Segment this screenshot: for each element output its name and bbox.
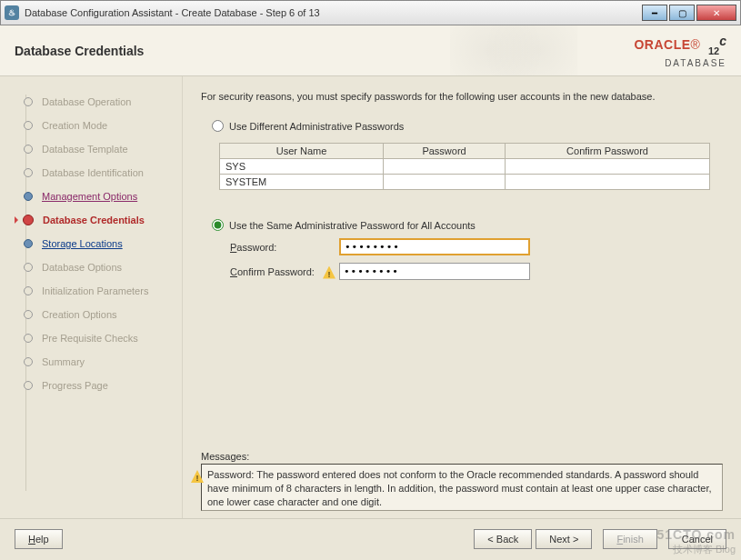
table-header-row: User Name Password Confirm Password: [220, 144, 710, 159]
banner: Database Credentials ORACLE® 12c DATABAS…: [0, 25, 741, 76]
titlebar: ♨ Database Configuration Assistant - Cre…: [0, 0, 741, 25]
step-creation-options: Creation Options: [7, 304, 175, 325]
step-initialization-parameters: Initialization Parameters: [7, 280, 175, 302]
password-table: User Name Password Confirm Password SYS …: [219, 143, 710, 190]
password-cell[interactable]: [384, 159, 506, 175]
confirm-cell[interactable]: [506, 159, 710, 175]
step-summary: Summary: [7, 351, 175, 373]
cancel-button[interactable]: Cancel: [668, 529, 726, 549]
back-button[interactable]: < Back: [474, 529, 532, 549]
brand-name: ORACLE: [634, 36, 690, 51]
step-creation-mode: Creation Mode: [7, 115, 175, 136]
wizard-sidebar: Database Operation Creation Mode Databas…: [0, 76, 182, 518]
step-database-template: Database Template: [7, 138, 175, 160]
password-label: Password:: [230, 242, 339, 253]
table-row: SYSTEM: [220, 175, 710, 190]
minimize-button[interactable]: ━: [642, 5, 667, 21]
table-row: SYS: [220, 159, 710, 175]
help-button[interactable]: Help: [15, 529, 63, 549]
main: Database Operation Creation Mode Databas…: [0, 76, 741, 518]
messages-box: ! Password: The password entered does no…: [201, 464, 723, 511]
warning-icon: !: [191, 470, 204, 483]
confirm-cell[interactable]: [506, 175, 710, 190]
password-field-row: Password:: [230, 238, 723, 255]
user-cell: SYSTEM: [220, 175, 384, 190]
password-cell[interactable]: [384, 175, 506, 190]
content-area: For security reasons, you must specify p…: [182, 76, 741, 518]
step-database-identification: Database Identification: [7, 162, 175, 184]
col-user-name: User Name: [220, 144, 384, 159]
step-pre-requisite-checks: Pre Requisite Checks: [7, 327, 175, 349]
step-management-options[interactable]: Management Options: [7, 185, 175, 207]
confirm-password-field-row: Confirm Password: !: [230, 263, 723, 280]
confirm-password-input[interactable]: [339, 263, 530, 280]
radio-same-password[interactable]: Use the Same Administrative Password for…: [212, 219, 723, 231]
window-controls: ━ ▢ ✕: [642, 5, 736, 21]
info-text: For security reasons, you must specify p…: [201, 91, 723, 102]
step-database-options: Database Options: [7, 256, 175, 278]
col-confirm-password: Confirm Password: [506, 144, 710, 159]
step-database-operation: Database Operation: [7, 91, 175, 113]
next-button[interactable]: Next >: [536, 529, 592, 549]
user-cell: SYS: [220, 159, 384, 175]
maximize-button[interactable]: ▢: [669, 5, 695, 21]
radio-same-input[interactable]: [212, 219, 224, 231]
col-password: Password: [384, 144, 506, 159]
close-button[interactable]: ✕: [696, 5, 736, 21]
step-storage-locations[interactable]: Storage Locations: [7, 233, 175, 255]
password-input[interactable]: [339, 238, 530, 255]
message-text: Password: The password entered does not …: [207, 468, 716, 506]
footer: Help < Back Next > Finish Cancel: [0, 518, 741, 558]
radio-different-input[interactable]: [212, 120, 224, 132]
page-title: Database Credentials: [15, 44, 144, 58]
messages-label: Messages:: [201, 451, 723, 462]
step-database-credentials: Database Credentials: [7, 209, 175, 231]
radio-different-passwords[interactable]: Use Different Administrative Passwords: [212, 120, 723, 132]
step-progress-page: Progress Page: [7, 375, 175, 396]
product-name: DATABASE: [634, 59, 726, 68]
confirm-password-label: Confirm Password:: [230, 266, 339, 277]
finish-button: Finish: [603, 529, 656, 549]
window-title: Database Configuration Assistant - Creat…: [25, 7, 642, 18]
messages-section: Messages: ! Password: The password enter…: [201, 451, 723, 511]
java-icon: ♨: [5, 5, 19, 20]
oracle-logo: ORACLE® 12c DATABASE: [634, 34, 726, 68]
